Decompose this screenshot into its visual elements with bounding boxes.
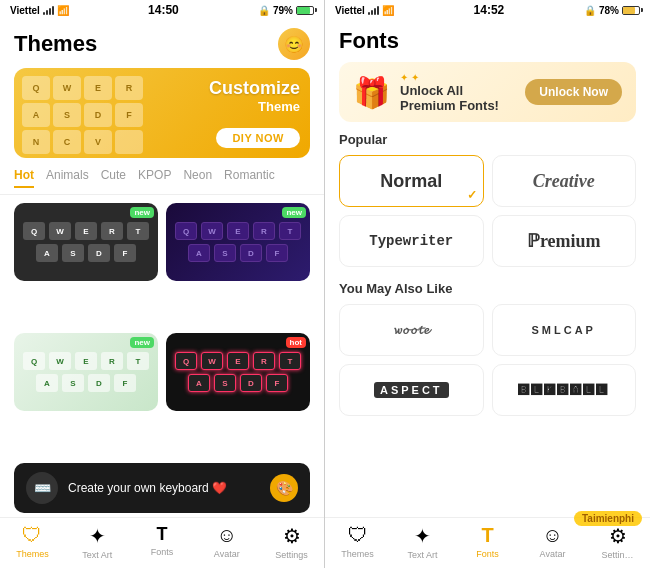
nav-settings-right-label: Settin…: [601, 550, 633, 560]
create-banner[interactable]: ⌨️ Create your own keyboard ❤️ 🎨: [14, 463, 310, 513]
time-right: 14:52: [474, 3, 505, 17]
nav-textart-label: Text Art: [82, 550, 112, 560]
font-card-normal[interactable]: Normal ✓: [339, 155, 484, 207]
nav-textart-right-label: Text Art: [407, 550, 437, 560]
font-smlcap-text: SMLCAP: [532, 324, 596, 336]
nav-fonts-right-label: Fonts: [476, 549, 499, 559]
theme-tabs: Hot Animals Cute KPOP Neon Romantic: [0, 162, 324, 195]
customize-text: Customize Theme: [209, 78, 300, 114]
nav-themes-left[interactable]: 🛡 Themes: [0, 524, 65, 560]
battery-percent-right: 78%: [599, 5, 619, 16]
font-card-woote[interactable]: 𝔀𝓸𝓸𝓽𝓮: [339, 304, 484, 356]
avatar-icon[interactable]: 😊: [278, 28, 310, 60]
status-bar-right: Viettel 📶 14:52 🔒 78%: [325, 0, 650, 20]
also-like-grid-2: ASPECT 🅱🅻🅺🅱🅰🅻🅻: [325, 360, 650, 420]
premium-banner[interactable]: 🎁 ✦ ✦ Unlock All Premium Fonts! Unlock N…: [339, 62, 636, 122]
status-bar-left: Viettel 📶 14:50 🔒 79%: [0, 0, 324, 20]
themes-title: Themes: [14, 31, 97, 57]
tab-kpop[interactable]: KPOP: [138, 168, 171, 188]
nav-avatar-right-icon: ☺: [542, 524, 562, 547]
tab-hot[interactable]: Hot: [14, 168, 34, 188]
nav-themes-right-label: Themes: [341, 549, 374, 559]
create-icon: ⌨️: [26, 472, 58, 504]
premium-stars: ✦ ✦: [400, 72, 515, 83]
themes-header: Themes 😊: [0, 20, 324, 64]
wifi-icon-left: 📶: [57, 5, 69, 16]
font-woote-text: 𝔀𝓸𝓸𝓽𝓮: [393, 322, 430, 338]
badge-new-3: new: [130, 337, 154, 348]
font-card-aspect[interactable]: ASPECT: [339, 364, 484, 416]
nav-settings-left[interactable]: ⚙ Settings: [259, 524, 324, 560]
nav-settings-right[interactable]: ⚙ Settin…: [585, 524, 650, 560]
premium-text-block: ✦ ✦ Unlock All Premium Fonts!: [400, 72, 515, 113]
font-card-blkball[interactable]: 🅱🅻🅺🅱🅰🅻🅻: [492, 364, 637, 416]
battery-percent-left: 79%: [273, 5, 293, 16]
theme-card-1[interactable]: new Q W E R T A S D F: [14, 203, 158, 281]
nav-textart-right[interactable]: ✦ Text Art: [390, 524, 455, 560]
font-creative-text: Creative: [533, 171, 595, 192]
nav-themes-right-icon: 🛡: [348, 524, 368, 547]
nav-settings-right-icon: ⚙: [609, 524, 627, 548]
keyboard-preview: QWER ASDF NCV: [22, 76, 143, 154]
font-card-premium[interactable]: ℙremium: [492, 215, 637, 267]
theme-card-4[interactable]: hot Q W E R T A S D F: [166, 333, 310, 411]
create-text: Create your own keyboard ❤️: [68, 481, 260, 495]
tab-neon[interactable]: Neon: [183, 168, 212, 188]
nav-textart-left[interactable]: ✦ Text Art: [65, 524, 130, 560]
premium-title: Unlock All Premium Fonts!: [400, 83, 515, 113]
avatar-emoji: 😊: [284, 35, 304, 54]
nav-fonts-label: Fonts: [151, 547, 174, 557]
popular-label: Popular: [325, 126, 650, 151]
theme-card-3[interactable]: new Q W E R T A S D F: [14, 333, 158, 411]
nav-avatar-left[interactable]: ☺ Avatar: [194, 524, 259, 560]
font-blkball-text: 🅱🅻🅺🅱🅰🅻🅻: [518, 384, 609, 396]
badge-hot-4: hot: [286, 337, 306, 348]
diy-button[interactable]: DIY NOW: [216, 128, 300, 148]
nav-textart-icon: ✦: [89, 524, 106, 548]
customize-banner[interactable]: QWER ASDF NCV Customize Theme DIY NOW: [14, 68, 310, 158]
gift-icon: 🎁: [353, 75, 390, 110]
nav-fonts-left[interactable]: T Fonts: [130, 524, 195, 560]
watermark-text: Taimienphi: [582, 513, 634, 524]
nav-fonts-icon: T: [156, 524, 167, 545]
check-mark-normal: ✓: [467, 188, 477, 202]
badge-new-1: new: [130, 207, 154, 218]
tab-romantic[interactable]: Romantic: [224, 168, 275, 188]
signal-icon-left: [43, 5, 54, 15]
battery-icon-left: 🔒: [258, 5, 270, 16]
tab-animals[interactable]: Animals: [46, 168, 89, 188]
nav-fonts-right-icon: T: [481, 524, 493, 547]
nav-fonts-right[interactable]: T Fonts: [455, 524, 520, 560]
nav-themes-right[interactable]: 🛡 Themes: [325, 524, 390, 560]
carrier-right: Viettel: [335, 5, 365, 16]
nav-settings-icon: ⚙: [283, 524, 301, 548]
banner-sub-text: Theme: [209, 99, 300, 114]
fonts-header: Fonts: [325, 20, 650, 58]
left-phone: Viettel 📶 14:50 🔒 79% T: [0, 0, 325, 568]
font-card-creative[interactable]: Creative: [492, 155, 637, 207]
nav-avatar-icon: ☺: [217, 524, 237, 547]
nav-avatar-right[interactable]: ☺ Avatar: [520, 524, 585, 560]
font-premium-text: ℙremium: [527, 230, 601, 252]
also-like-grid-1: 𝔀𝓸𝓸𝓽𝓮 SMLCAP: [325, 300, 650, 360]
watermark: Taimienphi: [574, 511, 642, 526]
font-card-typewriter[interactable]: Typewriter: [339, 215, 484, 267]
bottom-nav-left: 🛡 Themes ✦ Text Art T Fonts ☺ Avatar ⚙: [0, 517, 324, 568]
battery-bar-right: [622, 6, 640, 15]
font-card-smlcap[interactable]: SMLCAP: [492, 304, 637, 356]
palette-button[interactable]: 🎨: [270, 474, 298, 502]
carrier-left: Viettel: [10, 5, 40, 16]
lock-icon-right: 🔒: [584, 5, 596, 16]
nav-themes-icon: 🛡: [22, 524, 42, 547]
font-normal-text: Normal: [380, 171, 442, 192]
badge-new-2: new: [282, 207, 306, 218]
unlock-button[interactable]: Unlock Now: [525, 79, 622, 105]
theme-grid: new Q W E R T A S D F: [0, 195, 324, 463]
popular-fonts-grid: Normal ✓ Creative Typewriter ℙremium: [325, 151, 650, 271]
font-typewriter-text: Typewriter: [369, 233, 453, 249]
also-like-label: You May Also Like: [325, 275, 650, 300]
nav-themes-label: Themes: [16, 549, 49, 559]
tab-cute[interactable]: Cute: [101, 168, 126, 188]
nav-avatar-label: Avatar: [214, 549, 240, 559]
theme-card-2[interactable]: new Q W E R T A S D F: [166, 203, 310, 281]
